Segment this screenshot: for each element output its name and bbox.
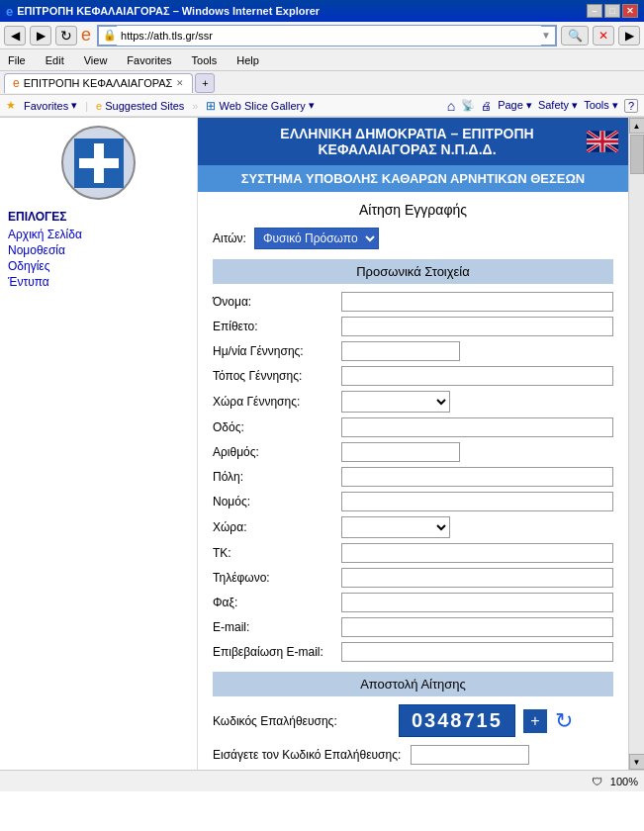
home-button[interactable]: ⌂ xyxy=(447,98,455,114)
address-input[interactable] xyxy=(117,26,541,46)
vertical-scrollbar[interactable]: ▲ ▼ xyxy=(628,118,644,770)
address-dropdown-icon[interactable]: ▼ xyxy=(541,30,551,41)
protected-mode-icon: 🛡 xyxy=(592,776,602,787)
aitor-select[interactable]: Φυσικό Πρόσωπο Νομικό Πρόσωπο xyxy=(254,228,379,249)
captcha-plus-button[interactable]: + xyxy=(523,709,547,733)
new-tab-button[interactable]: + xyxy=(195,73,215,93)
form-row-chora: Χώρα: xyxy=(213,516,613,538)
sidebar-link-home[interactable]: Αρχική Σελίδα xyxy=(8,228,189,241)
rss-button[interactable]: 📡 xyxy=(461,99,475,112)
sidebar-link-forms[interactable]: Έντυπα xyxy=(8,275,189,289)
favorites-menu[interactable]: Favorites xyxy=(123,52,175,68)
sidebar-title: ΕΠΙΛΟΓΕΣ xyxy=(8,210,189,224)
sidebar-link-legislation[interactable]: Νομοθεσία xyxy=(8,243,189,257)
captcha-refresh-icon[interactable]: ↻ xyxy=(555,708,573,734)
input-epitheto[interactable] xyxy=(341,317,613,336)
input-arithmos[interactable] xyxy=(341,442,460,462)
system-subtitle: ΣΥΣΤΗΜΑ ΥΠΟΒΟΛΗΣ ΚΑΘΑΡΩΝ ΑΡΝΗΤΙΚΩΝ ΘΕΣΕΩ… xyxy=(198,165,628,192)
tab-label: ΕΠΙΤΡΟΠΗ ΚΕΦΑΛΑΙΑΓΟΡΑΣ xyxy=(24,77,173,89)
input-fax[interactable] xyxy=(341,593,613,612)
input-email[interactable] xyxy=(341,617,613,637)
label-topos: Τόπος Γέννησης: xyxy=(213,369,341,383)
label-email-confirm: Επιβεβαίωση E-mail: xyxy=(213,645,341,659)
forward-button[interactable]: ▶ xyxy=(30,26,51,46)
input-email-confirm[interactable] xyxy=(341,642,613,662)
captcha-display: 0348715 xyxy=(399,704,515,737)
stop-button[interactable]: ✕ xyxy=(593,26,614,46)
label-nomos: Νομός: xyxy=(213,495,341,508)
form-area: Αίτηση Εγγραφής Αιτών: Φυσικό Πρόσωπο Νο… xyxy=(198,192,628,770)
select-chora[interactable] xyxy=(341,516,450,538)
web-slice-gallery-link[interactable]: ⊞ Web Slice Gallery ▾ xyxy=(206,99,314,113)
address-box[interactable]: 🔒 ▼ xyxy=(97,25,557,46)
page-menu-btn[interactable]: Page ▾ xyxy=(498,99,532,112)
tab-close-icon[interactable]: ✕ xyxy=(176,78,184,88)
label-tel: Τηλέφωνο: xyxy=(213,571,341,585)
edit-menu[interactable]: Edit xyxy=(42,52,68,68)
header-line1: ΕΛΛΗΝΙΚΗ ΔΗΜΟΚΡΑΤΙΑ – ΕΠΙΤΡΟΠΗ xyxy=(228,126,587,141)
section-submit-header: Αποστολή Αίτησης xyxy=(213,672,613,696)
form-row-email-confirm: Επιβεβαίωση E-mail: xyxy=(213,642,613,662)
scroll-thumb[interactable] xyxy=(630,135,644,174)
select-chora-gen[interactable] xyxy=(341,391,450,413)
minimize-button[interactable]: – xyxy=(587,4,602,18)
next-button[interactable]: ▶ xyxy=(618,26,640,46)
help-btn[interactable]: ? xyxy=(624,99,638,113)
favorites-button[interactable]: Favorites ▾ xyxy=(24,99,77,112)
scroll-track[interactable] xyxy=(629,134,644,754)
back-button[interactable]: ◀ xyxy=(4,26,26,46)
refresh-button[interactable]: ↻ xyxy=(55,26,77,46)
input-tk[interactable] xyxy=(341,543,613,563)
label-arithmos: Αριθμός: xyxy=(213,445,341,459)
form-row-arithmos: Αριθμός: xyxy=(213,442,613,462)
input-dob[interactable] xyxy=(341,341,460,361)
tab-bar: e ΕΠΙΤΡΟΠΗ ΚΕΦΑΛΑΙΑΓΟΡΑΣ ✕ + xyxy=(0,71,644,95)
input-poli[interactable] xyxy=(341,467,613,487)
svg-rect-2 xyxy=(79,158,119,168)
logo-area xyxy=(8,126,189,200)
status-bar: 🛡 100% xyxy=(0,770,644,791)
label-chora: Χώρα: xyxy=(213,520,341,534)
view-menu[interactable]: View xyxy=(80,52,112,68)
greek-emblem xyxy=(61,126,136,200)
menu-bar: File Edit View Favorites Tools Help xyxy=(0,49,644,71)
input-tel[interactable] xyxy=(341,568,613,588)
status-right: 🛡 100% xyxy=(592,776,638,787)
file-menu[interactable]: File xyxy=(4,52,30,68)
scroll-down-button[interactable]: ▼ xyxy=(629,754,645,770)
print-button[interactable]: 🖨 xyxy=(481,100,492,112)
label-tk: ΤΚ: xyxy=(213,546,341,560)
suggested-icon: e xyxy=(96,100,102,112)
favorites-label: Favorites xyxy=(24,100,68,112)
label-epitheto: Επίθετο: xyxy=(213,320,341,333)
close-button[interactable]: ✕ xyxy=(622,4,638,18)
scroll-up-button[interactable]: ▲ xyxy=(629,118,645,134)
safety-menu-btn[interactable]: Safety ▾ xyxy=(538,99,578,112)
label-dob: Ημ/νία Γέννησης: xyxy=(213,344,341,358)
sidebar-link-instructions[interactable]: Οδηγίες xyxy=(8,259,189,273)
form-row-poli: Πόλη: xyxy=(213,467,613,487)
input-nomos[interactable] xyxy=(341,492,613,511)
window-controls[interactable]: – □ ✕ xyxy=(587,4,638,18)
label-email: E-mail: xyxy=(213,620,341,634)
form-title: Αίτηση Εγγραφής xyxy=(213,202,613,218)
label-poli: Πόλη: xyxy=(213,470,341,484)
form-row-epitheto: Επίθετο: xyxy=(213,317,613,336)
search-button[interactable]: 🔍 xyxy=(561,26,589,46)
tools-menu[interactable]: Tools xyxy=(188,52,222,68)
suggested-sites-link[interactable]: e Suggested Sites xyxy=(96,100,184,112)
right-toolbar: ⌂ 📡 🖨 Page ▾ Safety ▾ Tools ▾ ? xyxy=(447,98,638,114)
input-onoma[interactable] xyxy=(341,292,613,312)
input-odos[interactable] xyxy=(341,417,613,437)
web-slice-icon: ⊞ xyxy=(206,99,216,113)
maximize-button[interactable]: □ xyxy=(604,4,620,18)
title-bar-left: e ΕΠΙΤΡΟΠΗ ΚΕΦΑΛΑΙΑΓΟΡΑΣ – Windows Inter… xyxy=(6,4,320,19)
tab-main[interactable]: e ΕΠΙΤΡΟΠΗ ΚΕΦΑΛΑΙΑΓΟΡΑΣ ✕ xyxy=(4,73,193,93)
header-text: ΕΛΛΗΝΙΚΗ ΔΗΜΟΚΡΑΤΙΑ – ΕΠΙΤΡΟΠΗ ΚΕΦΑΛΑΙΑΓ… xyxy=(228,126,587,157)
header-line2: ΚΕΦΑΛΑΙΑΓΟΡΑΣ Ν.Π.Δ.Δ. xyxy=(228,141,587,157)
tools-menu-btn[interactable]: Tools ▾ xyxy=(584,99,618,112)
help-menu[interactable]: Help xyxy=(232,52,263,68)
captcha-input[interactable] xyxy=(411,745,529,765)
input-topos[interactable] xyxy=(341,366,613,386)
favorites-bar: ★ Favorites ▾ | e Suggested Sites » ⊞ We… xyxy=(0,95,644,117)
